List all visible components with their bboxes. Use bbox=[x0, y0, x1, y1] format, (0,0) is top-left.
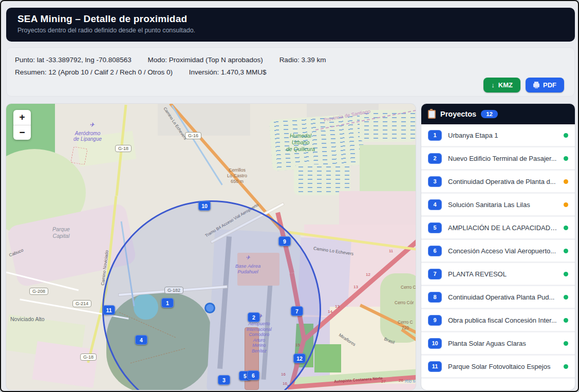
map-label: Cerrillos Lo Castro 650 m bbox=[227, 167, 247, 184]
pdf-export-button[interactable]: PDF bbox=[526, 78, 564, 92]
project-name: Parque Solar Fotovoltaico Espejos bbox=[448, 363, 557, 370]
project-row-8[interactable]: 8Continuidad Operativa Planta Pud... bbox=[421, 286, 575, 309]
map-marker-6[interactable]: 6 bbox=[247, 370, 259, 380]
map-label: Base Aérea Pudahuel bbox=[235, 263, 260, 274]
km-marker: 14 bbox=[328, 309, 332, 314]
query-point-marker[interactable] bbox=[204, 303, 215, 313]
page-subtitle: Proyectos dentro del radio definido desd… bbox=[17, 27, 564, 34]
project-name: Solución Sanitaria Las Lilas bbox=[448, 201, 557, 209]
project-name: Urbanya Etapa 1 bbox=[448, 132, 557, 139]
project-row-3[interactable]: 3Continuidad Operativa de Planta d... bbox=[421, 171, 575, 194]
hill-patch bbox=[380, 273, 416, 343]
modo-segment: Modo: Proximidad (Top N aprobados) bbox=[147, 56, 263, 64]
project-list: 1Urbanya Etapa 12Nuevo Edificio Terminal… bbox=[421, 124, 575, 379]
map-marker-12[interactable]: 12 bbox=[293, 353, 306, 363]
projects-panel: Proyectos 12 1Urbanya Etapa 12Nuevo Edif… bbox=[421, 104, 575, 390]
resumen-segment: Resumen: 12 (Aprob 10 / Calif 2 / Rech 0… bbox=[15, 68, 173, 76]
project-row-2[interactable]: 2Nuevo Edificio Terminal de Pasajer... bbox=[421, 147, 575, 171]
project-number-badge: 3 bbox=[428, 176, 442, 187]
project-number-badge: 6 bbox=[428, 246, 442, 256]
project-number-badge: 8 bbox=[428, 292, 442, 303]
app-window: SEA Mining – Detalle de proximidad Proye… bbox=[0, 0, 579, 392]
status-dot-green bbox=[564, 156, 568, 161]
project-name: Continuidad Operativa Planta Pud... bbox=[448, 293, 557, 301]
km-marker: 11 bbox=[389, 249, 393, 253]
status-dot-orange bbox=[564, 179, 568, 184]
map-label: Río Mapocho bbox=[405, 379, 416, 384]
projects-panel-header: Proyectos 12 bbox=[421, 104, 575, 124]
project-row-7[interactable]: 7PLANTA REVESOL bbox=[421, 263, 575, 286]
project-row-6[interactable]: 6Concesión Acceso Vial Aeropuerto... bbox=[421, 240, 575, 263]
project-row-5[interactable]: 5AMPLIACIÓN DE LA CAPACIDAD D... bbox=[421, 217, 575, 240]
map-container[interactable]: ✈Aeródromo de LipangueHumedal Urbano de … bbox=[6, 104, 416, 390]
map-label: Aeródromo de Lipangue bbox=[73, 130, 102, 142]
page-title: SEA Mining – Detalle de proximidad bbox=[17, 13, 564, 25]
header-card: SEA Mining – Detalle de proximidad Proye… bbox=[6, 8, 575, 42]
export-buttons: ↓ KMZ PDF bbox=[483, 78, 564, 92]
project-row-9[interactable]: 9Obra publica fiscal Concesión Inter... bbox=[421, 309, 575, 332]
project-row-11[interactable]: 11Parque Solar Fotovoltaico Espejos bbox=[421, 356, 575, 379]
km-marker: 13 bbox=[335, 304, 340, 309]
radio-segment: Radio: 3.39 km bbox=[279, 56, 326, 64]
zoom-out-button[interactable]: − bbox=[13, 125, 31, 140]
map-marker-1[interactable]: 1 bbox=[161, 298, 174, 308]
map-label: Parque Capital bbox=[52, 226, 70, 239]
project-row-10[interactable]: 10Planta Solar Aguas Claras bbox=[421, 332, 575, 356]
project-row-4[interactable]: 4Solución Sanitaria Las Lilas bbox=[421, 194, 575, 217]
zoom-in-button[interactable]: + bbox=[13, 110, 31, 125]
status-dot-green bbox=[564, 133, 568, 138]
airplane-icon: ✈ bbox=[89, 122, 95, 128]
road-shield: G-18 bbox=[80, 353, 97, 361]
status-dot-green bbox=[564, 364, 568, 369]
printer-icon bbox=[533, 83, 539, 87]
map-marker-11[interactable]: 11 bbox=[103, 305, 115, 315]
project-number-badge: 1 bbox=[428, 130, 442, 141]
project-name: PLANTA REVESOL bbox=[448, 270, 557, 278]
project-number-badge: 11 bbox=[428, 361, 442, 372]
project-name: Obra publica fiscal Concesión Inter... bbox=[448, 316, 557, 324]
project-number-badge: 5 bbox=[428, 222, 442, 233]
status-dot-green bbox=[564, 249, 568, 253]
summary-line-2: Resumen: 12 (Aprob 10 / Calif 2 / Rech 0… bbox=[15, 66, 566, 79]
road-shield: G-18 bbox=[115, 145, 132, 152]
km-marker: 13 bbox=[353, 285, 358, 289]
urban-pink-patch bbox=[32, 341, 98, 388]
wetland-patch bbox=[360, 110, 416, 142]
project-number-badge: 2 bbox=[428, 153, 442, 164]
km-marker: 12 bbox=[366, 272, 370, 277]
km-marker: 16 bbox=[281, 372, 286, 377]
km-marker: 15 bbox=[295, 343, 300, 347]
kmz-download-button[interactable]: ↓ KMZ bbox=[483, 78, 520, 92]
project-number-badge: 10 bbox=[428, 338, 442, 349]
project-row-1[interactable]: 1Urbanya Etapa 1 bbox=[421, 124, 575, 147]
status-dot-green bbox=[564, 226, 568, 230]
map-marker-2[interactable]: 2 bbox=[248, 312, 260, 322]
project-number-badge: 9 bbox=[428, 315, 442, 326]
road-shield: G-182 bbox=[164, 287, 183, 294]
status-dot-green bbox=[564, 295, 568, 300]
project-name: AMPLIACIÓN DE LA CAPACIDAD D... bbox=[448, 224, 557, 232]
road-shield: G-208 bbox=[29, 288, 48, 295]
download-icon: ↓ bbox=[491, 81, 495, 89]
map-marker-9[interactable]: 9 bbox=[278, 236, 291, 246]
project-number-badge: 4 bbox=[428, 199, 442, 210]
project-name: Concesión Acceso Vial Aeropuerto... bbox=[448, 247, 557, 255]
road-shield: G-16 bbox=[185, 132, 201, 139]
map-marker-4[interactable]: 4 bbox=[135, 335, 147, 345]
forest-patch bbox=[106, 293, 212, 390]
map-label: Noviciado Alto bbox=[10, 316, 45, 322]
summary-card: Punto: lat -33.389792, lng -70.808563 Mo… bbox=[6, 47, 575, 97]
status-dot-green bbox=[564, 341, 568, 346]
status-dot-green bbox=[564, 318, 568, 323]
km-marker: 26 bbox=[399, 378, 403, 383]
map-label: Humedal Urbano de Quilicura bbox=[286, 133, 315, 153]
status-dot-green bbox=[564, 272, 568, 276]
project-name: Planta Solar Aguas Claras bbox=[448, 340, 557, 347]
map-marker-7[interactable]: 7 bbox=[291, 306, 303, 316]
project-name: Nuevo Edificio Terminal de Pasajer... bbox=[448, 155, 557, 162]
airplane-icon: ✈ bbox=[246, 255, 250, 260]
lake-patch bbox=[134, 294, 158, 320]
map-marker-10[interactable]: 10 bbox=[198, 201, 211, 211]
summary-line-1: Punto: lat -33.389792, lng -70.808563 Mo… bbox=[15, 54, 566, 66]
map-marker-3[interactable]: 3 bbox=[218, 375, 230, 385]
